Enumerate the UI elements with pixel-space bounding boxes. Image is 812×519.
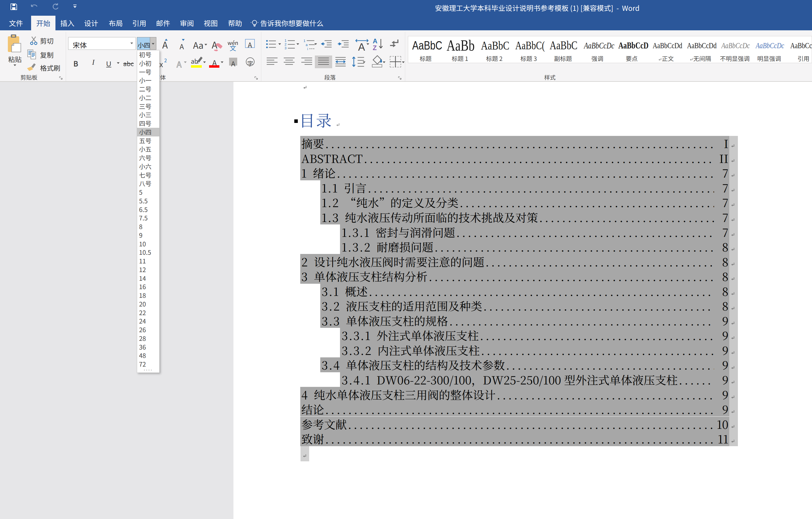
svg-text:Z: Z: [373, 44, 377, 50]
svg-text:1: 1: [303, 39, 306, 43]
svg-text:A: A: [373, 38, 377, 45]
svg-text:i: i: [307, 47, 308, 50]
svg-text:a: a: [306, 43, 308, 47]
svg-text:3: 3: [285, 46, 286, 50]
svg-text:A: A: [358, 42, 365, 51]
svg-text:2: 2: [285, 42, 286, 46]
svg-text:1: 1: [285, 38, 286, 43]
